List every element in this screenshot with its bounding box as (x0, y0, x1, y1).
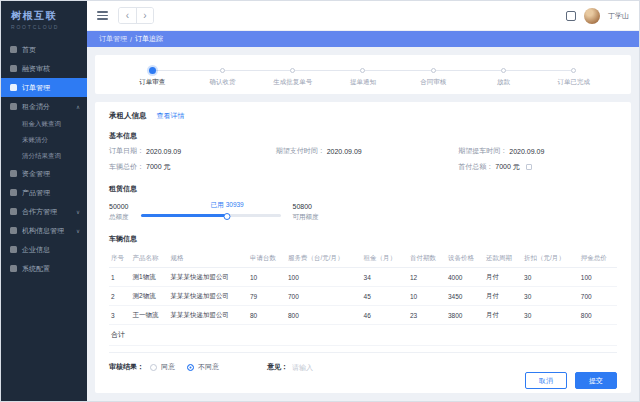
step-dot-active (149, 67, 156, 74)
back-button[interactable]: ‹ (119, 8, 136, 23)
radio-checked-icon[interactable] (187, 364, 194, 371)
lessee-title: 承租人信息 (109, 111, 147, 121)
sidebar-item-financing-review[interactable]: 融资审核 (1, 59, 87, 78)
user-name[interactable]: 丁学山 (608, 11, 629, 21)
avatar[interactable] (584, 8, 600, 24)
lease-info-title: 租赁信息 (109, 184, 617, 194)
sidebar-subitem-rent-entry-query[interactable]: 租金入账查询 (1, 116, 87, 132)
sidebar-item-label: 订单管理 (22, 83, 50, 93)
org-icon (10, 227, 17, 234)
sidebar: 树根互联 ROOTCLOUD 首页 融资审核 订单管理 租金清分 ∧ (1, 1, 87, 401)
step-dot (360, 68, 365, 73)
step-dot (571, 68, 576, 73)
sidebar-item-system-config[interactable]: 系统配置 (1, 259, 87, 278)
step-confirm-receipt: 确认收货 (187, 65, 257, 87)
lease-available-value: 50800 (293, 203, 319, 210)
action-buttons: 取消 提交 (109, 372, 617, 389)
sidebar-item-products[interactable]: 产品管理 (1, 183, 87, 202)
enterprise-icon (10, 246, 17, 253)
sidebar-item-label: 机构信息管理 (22, 226, 64, 236)
lease-slider-handle[interactable] (224, 213, 231, 220)
breadcrumb-separator: / (130, 36, 132, 43)
home-icon (10, 46, 17, 53)
order-icon (10, 84, 17, 91)
radio-icon[interactable] (150, 364, 157, 371)
basic-info-fields: 订单日期： 2020.09.09 期望支付时间： 2020.09.09 期望提车… (109, 146, 617, 172)
step-dot (290, 68, 295, 73)
order-progress-card: 订单审查 确认收货 生成批复单号 提单通知 (95, 55, 631, 94)
rent-icon (10, 103, 17, 110)
lease-total-label: 总额度 (109, 213, 129, 222)
lease-total-block: 50000 总额度 (109, 203, 129, 222)
nav-history-buttons: ‹ › (118, 7, 154, 24)
opinion-input[interactable] (292, 364, 382, 371)
sidebar-subitem-label: 租金入账查询 (22, 120, 61, 127)
submit-button[interactable]: 提交 (575, 372, 617, 389)
table-total-row: 合计 (109, 325, 617, 346)
sidebar-subitem-label: 清分结果查询 (22, 152, 61, 159)
sidebar-item-label: 系统配置 (22, 264, 50, 274)
vehicle-table-header: 序号 产品名称 规格 申请台数 服务费（台/元/月） 租金（月） 首付期数 设备… (109, 251, 617, 268)
sidebar-item-label: 产品管理 (22, 188, 50, 198)
topbar-right: 丁学山 (566, 8, 629, 24)
step-order-review: 订单审查 (117, 65, 187, 87)
order-detail-card: 承租人信息 查看详情 基本信息 订单日期： 2020.09.09 期望支付时间：… (95, 102, 631, 393)
lessee-header: 承租人信息 查看详情 (109, 111, 617, 127)
vehicle-info-title: 车辆信息 (109, 234, 617, 244)
basic-info-title: 基本信息 (109, 131, 617, 141)
sidebar-item-label: 融资审核 (22, 64, 50, 74)
content-area: 订单审查 确认收货 生成批复单号 提单通知 (87, 47, 639, 401)
app-window: 树根互联 ROOTCLOUD 首页 融资审核 订单管理 租金清分 ∧ (0, 0, 640, 402)
review-result-label: 审核结果： (109, 362, 144, 372)
step-dot (431, 68, 436, 73)
radio-approve[interactable]: 同意 (150, 362, 175, 372)
logo-title: 树根互联 (11, 9, 87, 23)
lease-slider-fill (141, 214, 228, 217)
breadcrumb-parent[interactable]: 订单管理 (99, 34, 127, 44)
step-contract-review: 合同审核 (398, 65, 468, 87)
collapse-menu-icon[interactable] (97, 11, 108, 20)
field-expected-pickup-date: 期望提车时间： 2020.09.09 (458, 146, 617, 156)
sidebar-subitem-label: 来账清分 (22, 136, 48, 143)
logo-subtitle: ROOTCLOUD (11, 24, 87, 30)
lease-available-block: 50800 可用额度 (293, 203, 319, 222)
settings-icon (10, 265, 17, 272)
down-payment-checkbox[interactable] (526, 164, 532, 170)
sidebar-item-rent-clearing[interactable]: 租金清分 ∧ (1, 97, 87, 116)
document-icon[interactable] (566, 11, 576, 21)
view-detail-link[interactable]: 查看详情 (157, 111, 185, 121)
sidebar-item-label: 合作方管理 (22, 207, 57, 217)
opinion-label: 意见： (267, 362, 288, 372)
table-row[interactable]: 1 测1物流 某某某快递加盟公司 10 100 34 12 4000 月付 30… (109, 268, 617, 287)
sidebar-subitem-clearing-result-query[interactable]: 清分结果查询 (1, 148, 87, 164)
field-order-date: 订单日期： 2020.09.09 (109, 146, 276, 156)
field-vehicle-total-price: 车辆总价： 7000 元 (109, 162, 276, 172)
forward-button[interactable]: › (136, 8, 153, 23)
vehicle-table: 序号 产品名称 规格 申请台数 服务费（台/元/月） 租金（月） 首付期数 设备… (109, 251, 617, 346)
review-row: 审核结果： 同意 不同意 意见： (109, 352, 617, 372)
sidebar-item-home[interactable]: 首页 (1, 40, 87, 59)
radio-reject[interactable]: 不同意 (187, 362, 219, 372)
chevron-up-icon: ∧ (76, 104, 80, 110)
sidebar-item-org-info[interactable]: 机构信息管理 ∨ (1, 221, 87, 240)
breadcrumb-current: 订单追踪 (135, 34, 163, 44)
chevron-down-icon: ∨ (76, 209, 80, 215)
table-row[interactable]: 2 测2物流 某某某快递加盟公司 79 700 45 10 3450 月付 30… (109, 287, 617, 306)
sidebar-item-label: 租金清分 (22, 102, 50, 112)
funds-icon (10, 170, 17, 177)
step-pickup-notice: 提单通知 (328, 65, 398, 87)
table-row[interactable]: 3 王一物流 某某某快递加盟公司 80 800 46 23 3800 月付 30… (109, 306, 617, 325)
cancel-button[interactable]: 取消 (525, 372, 567, 389)
sidebar-item-partners[interactable]: 合作方管理 ∨ (1, 202, 87, 221)
sidebar-subitem-incoming-clearing[interactable]: 来账清分 (1, 132, 87, 148)
chevron-down-icon: ∨ (76, 228, 80, 234)
main-column: ‹ › 丁学山 订单管理 / 订单追踪 订单审查 (87, 1, 639, 401)
sidebar-item-enterprise-info[interactable]: 企业信息 (1, 240, 87, 259)
field-empty (276, 162, 459, 172)
field-expected-payment-date: 期望支付时间： 2020.09.09 (276, 146, 459, 156)
sidebar-item-order-management[interactable]: 订单管理 (1, 78, 87, 97)
sidebar-item-funds[interactable]: 资金管理 (1, 164, 87, 183)
lease-quota-row: 50000 总额度 已用 30939 50800 可用额度 (109, 201, 617, 222)
step-loan-release: 放款 (468, 65, 538, 87)
breadcrumb: 订单管理 / 订单追踪 (87, 31, 639, 47)
